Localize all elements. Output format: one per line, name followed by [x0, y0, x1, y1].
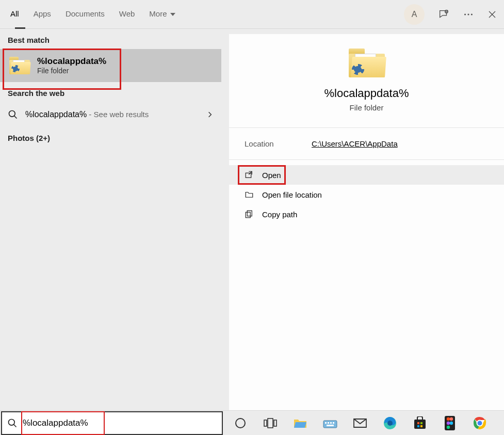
figma-icon[interactable] [443, 416, 457, 430]
best-match-result[interactable]: %localappdata% File folder [0, 49, 221, 82]
results-list: Best match %localappdata% File folder Se… [0, 29, 222, 410]
svg-rect-11 [268, 418, 273, 428]
action-open-location-label: Open file location [262, 190, 322, 199]
chevron-right-icon [206, 111, 214, 118]
action-copy-path[interactable]: Copy path [229, 204, 504, 224]
svg-point-3 [471, 13, 473, 15]
svg-point-30 [450, 421, 453, 424]
edge-icon[interactable] [383, 416, 397, 430]
svg-point-9 [236, 418, 245, 428]
tab-more[interactable]: More [149, 9, 175, 19]
open-icon [245, 170, 254, 180]
svg-point-8 [9, 419, 15, 425]
web-query-text: %localappdata% [25, 110, 87, 119]
section-best-match: Best match [0, 29, 221, 49]
svg-point-27 [447, 417, 450, 420]
action-copy-path-label: Copy path [262, 210, 297, 219]
svg-rect-22 [417, 422, 419, 424]
preview-pane: %localappdata% File folder Location C:\U… [229, 34, 504, 410]
web-search-result[interactable]: %localappdata% - See web results [0, 102, 221, 127]
search-filter-bar: All Apps Documents Web More A [0, 0, 504, 29]
search-icon [8, 109, 18, 120]
folder-settings-icon [349, 49, 385, 77]
svg-point-29 [447, 421, 450, 424]
svg-rect-12 [274, 420, 277, 426]
svg-rect-5 [246, 173, 251, 178]
best-match-title: %localappdata% [37, 56, 106, 67]
svg-rect-7 [246, 212, 250, 218]
svg-rect-10 [264, 420, 267, 426]
svg-point-31 [447, 425, 450, 428]
close-icon[interactable] [487, 10, 497, 19]
svg-rect-21 [414, 420, 426, 429]
svg-rect-16 [330, 422, 332, 424]
filter-tabs: All Apps Documents Web More [10, 9, 175, 19]
task-view-icon[interactable] [263, 416, 278, 430]
section-photos[interactable]: Photos (2+) [0, 127, 221, 147]
best-match-subtitle: File folder [37, 67, 106, 75]
location-path[interactable]: C:\Users\ACER\AppData [312, 139, 398, 148]
svg-point-1 [464, 13, 466, 15]
svg-rect-23 [420, 422, 422, 424]
chrome-icon[interactable] [473, 416, 487, 430]
tab-all[interactable]: All [10, 9, 19, 19]
tab-web[interactable]: Web [119, 9, 135, 19]
svg-point-0 [445, 10, 448, 13]
svg-point-28 [450, 417, 453, 420]
svg-rect-13 [323, 421, 337, 428]
feedback-icon[interactable] [438, 9, 449, 20]
more-options-icon[interactable] [463, 9, 474, 20]
location-label: Location [245, 139, 312, 148]
svg-rect-6 [247, 211, 252, 216]
preview-subtitle: File folder [229, 103, 504, 112]
microsoft-store-icon[interactable] [413, 416, 427, 430]
taskbar [0, 410, 504, 435]
keyboard-icon[interactable] [323, 416, 337, 430]
action-open[interactable]: Open [229, 165, 504, 185]
web-suffix-text: - See web results [87, 110, 149, 119]
svg-rect-18 [327, 425, 334, 426]
folder-open-icon [245, 190, 254, 199]
file-explorer-icon[interactable] [293, 416, 307, 430]
search-input[interactable] [23, 418, 217, 428]
search-icon [7, 418, 18, 428]
svg-rect-14 [325, 422, 327, 424]
action-open-file-location[interactable]: Open file location [229, 185, 504, 204]
action-open-label: Open [262, 171, 281, 180]
user-avatar[interactable]: A [404, 4, 425, 25]
svg-rect-25 [420, 425, 422, 427]
svg-rect-24 [417, 425, 419, 427]
cortana-icon[interactable] [233, 416, 248, 430]
location-row: Location C:\Users\ACER\AppData [229, 128, 504, 160]
tab-apps[interactable]: Apps [34, 9, 51, 19]
preview-title: %localappdata% [229, 87, 504, 100]
taskbar-search[interactable] [1, 411, 223, 435]
mail-icon[interactable] [353, 416, 367, 430]
svg-point-20 [387, 421, 393, 426]
svg-rect-15 [328, 422, 329, 424]
tab-documents[interactable]: Documents [66, 9, 105, 19]
svg-point-2 [467, 13, 469, 15]
section-search-web: Search the web [0, 82, 221, 102]
svg-point-4 [9, 111, 15, 117]
folder-settings-icon [9, 57, 30, 74]
copy-icon [245, 210, 254, 219]
svg-rect-17 [333, 422, 334, 424]
